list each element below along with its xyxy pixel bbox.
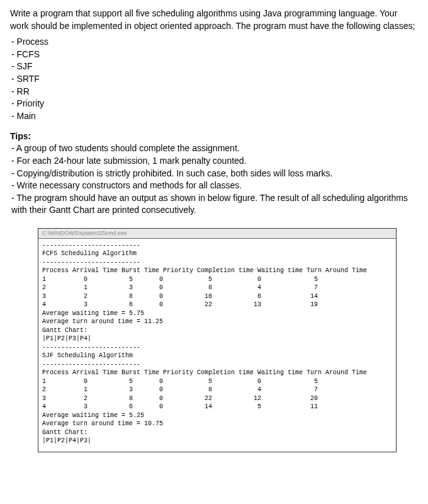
table-header: Process Arrival Time Burst Time Priority… — [42, 369, 367, 376]
tip-item: - A group of two students should complet… — [11, 142, 418, 155]
class-item: - SJF — [11, 60, 418, 73]
gantt-chart: |P1|P2|P3|P4| — [42, 335, 91, 342]
divider-dashes: -------------------------- — [42, 242, 140, 249]
table-row: 2 1 3 0 8 4 7 — [42, 284, 318, 291]
table-row: 3 2 8 0 22 12 20 — [42, 395, 318, 402]
table-row: 4 3 6 0 14 5 11 — [42, 403, 318, 410]
class-item: - SRTF — [11, 73, 418, 86]
tip-item: - Write necessary constructors and metho… — [11, 180, 418, 192]
console-output: -------------------------- FCFS Scheduli… — [38, 239, 396, 452]
sjf-title: SJF Scheduling Algorithm — [42, 352, 133, 359]
gantt-chart: |P1|P2|P4|P3| — [42, 437, 91, 444]
tip-item: - The program should have an output as s… — [11, 192, 418, 217]
table-row: 3 2 8 0 16 6 14 — [42, 293, 318, 300]
avg-turnaround-time: Average turn around time = 11.25 — [42, 318, 163, 325]
class-item: - Process — [11, 36, 418, 49]
gantt-chart-label: Gantt Chart: — [42, 429, 87, 436]
tip-item: - Copying/distribution is strictly prohi… — [11, 168, 418, 180]
class-item: - RR — [11, 86, 418, 98]
divider-dashes: -------------------------- — [42, 361, 140, 368]
avg-waiting-time: Average waiting time = 5.75 — [42, 310, 144, 317]
class-list: - Process - FCFS - SJF - SRTF - RR - Pri… — [10, 36, 418, 122]
intro-paragraph: Write a program that support all five sc… — [10, 8, 418, 32]
class-item: - Priority — [11, 98, 418, 110]
gantt-chart-label: Gantt Chart: — [42, 327, 87, 334]
console-titlebar: C:\WINDOWS\system32\cmd.exe — [38, 229, 396, 239]
table-row: 2 1 3 0 8 4 7 — [42, 386, 318, 393]
console-window: C:\WINDOWS\system32\cmd.exe ------------… — [38, 228, 397, 452]
avg-waiting-time: Average waiting time = 5.25 — [42, 412, 144, 419]
tip-item: - For each 24-hour late submission, 1 ma… — [11, 155, 418, 168]
table-header: Process Arrival Time Burst Time Priority… — [42, 267, 367, 274]
table-row: 4 3 6 0 22 13 19 — [42, 301, 318, 308]
tips-heading: Tips: — [10, 131, 418, 141]
class-item: - Main — [11, 110, 418, 123]
divider-dashes: -------------------------- — [42, 259, 140, 266]
avg-turnaround-time: Average turn around time = 10.75 — [42, 420, 163, 427]
divider-dashes: -------------------------- — [42, 344, 140, 351]
tips-list: - A group of two students should complet… — [10, 142, 418, 217]
class-item: - FCFS — [11, 49, 418, 61]
table-row: 1 0 5 0 5 0 5 — [42, 276, 318, 283]
table-row: 1 0 5 0 5 0 5 — [42, 378, 318, 385]
fcfs-title: FCFS Scheduling Algorithm — [42, 250, 137, 257]
